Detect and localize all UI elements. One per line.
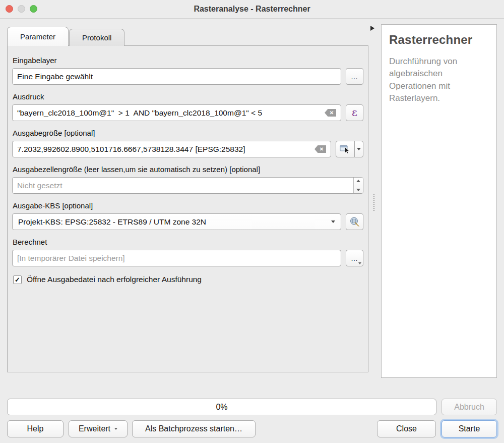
extent-draw-on-map-button[interactable]	[336, 141, 355, 157]
run-button[interactable]: Starte	[442, 420, 497, 437]
output-file-label: Berechnet	[13, 238, 363, 246]
tab-parameter[interactable]: Parameter	[7, 27, 69, 46]
extent-options-dropdown-button[interactable]	[354, 141, 363, 157]
help-panel-description: Durchführung von algebraischen Operation…	[389, 56, 489, 104]
output-crs-label: Ausgabe-KBS [optional]	[13, 201, 363, 210]
raster-calculator-dialog: Rasteranalyse - Rasterrechner Parameter …	[0, 0, 504, 443]
cell-size-field[interactable]	[17, 181, 349, 190]
chevron-up-icon	[356, 180, 360, 182]
expression-field-wrap: ✕	[12, 104, 341, 121]
advanced-dropdown-button[interactable]: Erweitert	[69, 420, 128, 437]
panel-splitter-handle[interactable]	[373, 194, 374, 211]
collapse-help-panel-icon[interactable]	[370, 26, 374, 31]
check-icon: ✓	[15, 276, 20, 284]
clear-field-icon[interactable]: ✕	[325, 109, 336, 117]
cell-size-stepper	[353, 178, 363, 193]
epsilon-icon: ε	[352, 107, 357, 118]
input-layer-field-wrap	[12, 68, 341, 85]
title-bar: Rasteranalyse - Rasterrechner	[0, 0, 504, 19]
expression-field[interactable]	[17, 108, 322, 118]
open-output-row: ✓ Öffne Ausgabedatei nach erfolgreicher …	[12, 275, 363, 284]
chevron-down-icon	[356, 189, 360, 191]
close-button[interactable]: Close	[377, 420, 436, 437]
cell-size-label: Ausgabezellengröße (leer lassen,um sie a…	[13, 165, 363, 174]
output-crs-value: Projekt-KBS: EPSG:25832 - ETRS89 / UTM z…	[18, 217, 206, 227]
close-window-icon[interactable]	[6, 5, 13, 13]
tab-bar: Parameter Protokoll	[7, 27, 124, 46]
chevron-down-icon	[357, 148, 361, 150]
chevron-down-icon	[114, 428, 117, 430]
help-panel-title: Rasterrechner	[389, 33, 489, 47]
open-output-label: Öffne Ausgabedatei nach erfolgreicher Au…	[27, 275, 202, 284]
output-crs-select[interactable]: Projekt-KBS: EPSG:25832 - ETRS89 / UTM z…	[12, 213, 341, 230]
map-cursor-icon	[340, 144, 351, 154]
stepper-up-button[interactable]	[354, 178, 363, 185]
output-extent-field[interactable]	[17, 145, 311, 154]
output-file-browse-button[interactable]: …	[346, 250, 363, 266]
tab-protokoll[interactable]: Protokoll	[69, 29, 124, 46]
minimize-window-icon	[18, 5, 25, 13]
input-layer-browse-button[interactable]: …	[346, 68, 363, 85]
stepper-down-button[interactable]	[354, 187, 363, 194]
zoom-window-icon[interactable]	[30, 5, 37, 13]
output-file-field-wrap	[12, 250, 341, 266]
help-panel: Rasterrechner Durchführung von algebrais…	[381, 24, 497, 378]
ellipsis-icon: …	[351, 255, 358, 262]
run-as-batch-button[interactable]: Als Batchprozess starten…	[132, 420, 256, 437]
cancel-button: Abbruch	[442, 399, 497, 415]
output-extent-field-wrap: ✕	[12, 141, 331, 157]
open-output-checkbox[interactable]: ✓	[13, 275, 22, 284]
extent-picker-split-button	[336, 141, 363, 157]
window-title: Rasteranalyse - Rasterrechner	[0, 0, 504, 18]
chevron-down-icon	[331, 220, 335, 223]
ellipsis-icon: …	[351, 73, 358, 80]
cell-size-field-wrap	[12, 177, 363, 194]
advanced-label: Erweitert	[79, 424, 110, 433]
select-crs-button[interactable]	[346, 213, 363, 230]
parameter-form: Eingabelayer … Ausdruck ✕ ε Ausgabegröße…	[7, 45, 368, 372]
expression-label: Ausdruck	[13, 92, 363, 101]
chevron-down-icon	[358, 262, 361, 264]
clear-field-icon[interactable]: ✕	[314, 145, 326, 153]
window-controls	[6, 5, 37, 13]
input-layer-field[interactable]	[17, 72, 336, 81]
progress-bar: 0%	[7, 399, 436, 415]
input-layer-label: Eingabelayer	[13, 56, 363, 65]
help-button[interactable]: Help	[7, 420, 64, 437]
expression-builder-button[interactable]: ε	[346, 104, 363, 121]
globe-edit-icon	[349, 216, 360, 227]
output-file-field[interactable]	[17, 254, 336, 263]
output-extent-label: Ausgabegröße [optional]	[13, 129, 363, 137]
